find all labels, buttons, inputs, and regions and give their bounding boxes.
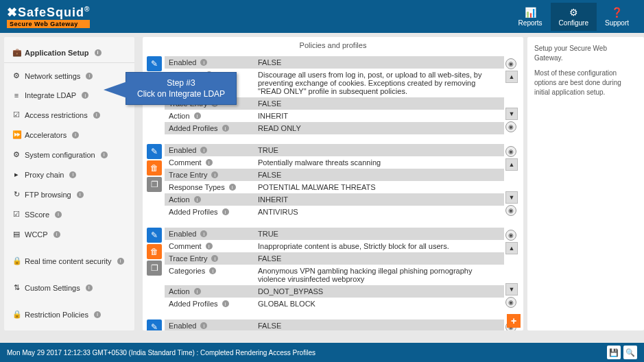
info-icon[interactable]: i: [194, 196, 201, 203]
target-bottom-button[interactable]: ◉: [505, 121, 516, 132]
info-icon[interactable]: i: [93, 112, 100, 119]
info-icon[interactable]: i: [211, 171, 218, 178]
add-policy-button[interactable]: +: [507, 314, 521, 328]
move-down-button[interactable]: ▼: [505, 108, 518, 120]
nav-reports[interactable]: 📊 Reports: [510, 3, 551, 31]
sidebar-label: Integrate LDAP: [25, 91, 76, 99]
footer-status: Mon May 29 2017 12:12:33 GMT+0530 (India…: [7, 349, 315, 357]
move-up-button[interactable]: ▲: [505, 242, 518, 254]
search-button[interactable]: 🔍: [623, 346, 637, 359]
row-label: Enabled i: [165, 320, 254, 330]
info-icon[interactable]: i: [222, 125, 229, 132]
info-icon[interactable]: i: [200, 147, 207, 154]
sidebar-item-sscore[interactable]: ☑SScorei: [4, 204, 134, 224]
move-up-button[interactable]: ▲: [505, 158, 518, 171]
info-icon[interactable]: i: [194, 288, 201, 295]
policy-controls: ◉▲▼◉: [504, 56, 519, 134]
target-top-button[interactable]: ◉: [505, 230, 516, 241]
info-icon[interactable]: i: [117, 258, 124, 265]
sidebar-item-system-configuration[interactable]: ⚙System configurationi: [4, 145, 134, 165]
logo: ✖SafeSquid® Secure Web Gateway: [7, 5, 90, 28]
sidebar-header[interactable]: 💼 Application Setup i: [4, 43, 134, 63]
policy-row: Enabled iTRUE: [165, 228, 504, 240]
sidebar-icon: ☑: [12, 110, 21, 119]
info-icon[interactable]: i: [86, 285, 93, 291]
info-icon[interactable]: i: [86, 73, 93, 80]
info-icon[interactable]: i: [53, 231, 60, 238]
target-top-button[interactable]: ◉: [505, 58, 516, 69]
sidebar-item-ftp-browsing[interactable]: ↻FTP browsingi: [4, 184, 134, 204]
sidebar-item-restriction-policies[interactable]: 🔒Restriction Policiesi: [4, 304, 134, 324]
policy-row: Added Profiles iGLOBAL BLOCK: [165, 298, 504, 310]
sidebar-item-wccp[interactable]: ▤WCCPi: [4, 224, 134, 244]
row-label: Enabled i: [165, 228, 254, 239]
info-icon[interactable]: i: [82, 92, 88, 99]
clone-button[interactable]: ❐: [147, 177, 162, 192]
info-icon[interactable]: i: [200, 322, 207, 329]
info-icon[interactable]: i: [200, 59, 207, 66]
row-value: FALSE: [254, 169, 504, 180]
sidebar-icon: ↻: [12, 190, 21, 199]
info-icon[interactable]: i: [229, 184, 236, 191]
sidebar-item-proxy-chain[interactable]: ▸Proxy chaini: [4, 165, 134, 184]
info-icon[interactable]: i: [200, 230, 207, 237]
info-icon[interactable]: i: [72, 132, 79, 138]
callout-box: Step #3 Click on Integrate LDAP: [126, 72, 237, 105]
info-icon[interactable]: i: [55, 211, 62, 218]
info-icon[interactable]: i: [206, 159, 213, 166]
edit-button[interactable]: ✎: [147, 319, 162, 330]
edit-button[interactable]: ✎: [147, 56, 162, 71]
briefcase-icon: 💼: [12, 48, 21, 57]
policy-block: ✎🗑❐Enabled iFALSEComment iRestrict remot…: [147, 319, 519, 330]
policy-block: ✎🗑❐Enabled iTRUEComment iInappropriate c…: [147, 228, 519, 310]
target-bottom-button[interactable]: ◉: [505, 297, 516, 308]
clone-button[interactable]: ❐: [147, 261, 162, 276]
sidebar-item-access-restrictions[interactable]: ☑Access restrictionsi: [4, 105, 134, 125]
sidebar-item-custom-settings[interactable]: ⇅Custom Settingsi: [4, 278, 134, 298]
row-value: TRUE: [254, 145, 504, 156]
info-icon[interactable]: i: [194, 112, 201, 119]
row-label: Comment i: [165, 157, 254, 168]
row-value: FALSE: [254, 253, 504, 264]
sidebar-icon: ⏩: [12, 130, 21, 139]
info-icon[interactable]: i: [222, 208, 229, 215]
sidebar-icon: 🔒: [12, 310, 21, 319]
nav-configure[interactable]: ⚙ Configure: [551, 3, 597, 31]
policy-row: Comment iInappropriate content is abuse,…: [165, 240, 504, 252]
save-button[interactable]: 💾: [607, 346, 621, 359]
row-label: Categories i: [165, 265, 254, 276]
info-icon[interactable]: i: [222, 300, 229, 307]
nav-support[interactable]: ❓ Support: [597, 3, 637, 31]
policy-row: Action iINHERIT: [165, 193, 504, 206]
info-icon[interactable]: i: [94, 311, 101, 318]
policy-controls: ◉▲▼◉: [504, 144, 519, 218]
info-icon[interactable]: i: [211, 255, 218, 262]
right-line1: Setup your Secure Web Gateway.: [534, 44, 637, 63]
edit-button[interactable]: ✎: [147, 228, 162, 243]
move-down-button[interactable]: ▼: [505, 283, 518, 295]
move-down-button[interactable]: ▼: [505, 191, 518, 204]
sidebar-label: Access restrictions: [25, 111, 88, 119]
info-icon[interactable]: i: [95, 49, 102, 56]
row-label: Enabled i: [165, 57, 254, 68]
delete-button[interactable]: 🗑: [147, 160, 162, 176]
sidebar-icon: ⚙: [12, 150, 21, 159]
policy-row: Enabled iFALSE: [165, 56, 504, 69]
info-icon[interactable]: i: [69, 171, 76, 178]
move-up-button[interactable]: ▲: [505, 71, 518, 83]
delete-button[interactable]: 🗑: [147, 244, 162, 259]
target-bottom-button[interactable]: ◉: [505, 205, 516, 216]
support-icon: ❓: [605, 7, 629, 18]
info-icon[interactable]: i: [209, 267, 216, 274]
edit-button[interactable]: ✎: [147, 144, 162, 159]
right-line2: Most of these configuration options are …: [534, 69, 637, 97]
info-icon[interactable]: i: [77, 191, 84, 198]
target-top-button[interactable]: ◉: [505, 146, 516, 157]
configure-icon: ⚙: [559, 7, 588, 18]
info-icon[interactable]: i: [206, 243, 213, 250]
policy-row: Enabled iTRUE: [165, 144, 504, 156]
policy-controls: ◉▲▼◉: [504, 228, 519, 310]
sidebar-item-real-time-content-security[interactable]: 🔒Real time content securityi: [4, 251, 134, 271]
sidebar-item-accelerators[interactable]: ⏩Acceleratorsi: [4, 125, 134, 145]
info-icon[interactable]: i: [101, 152, 108, 158]
